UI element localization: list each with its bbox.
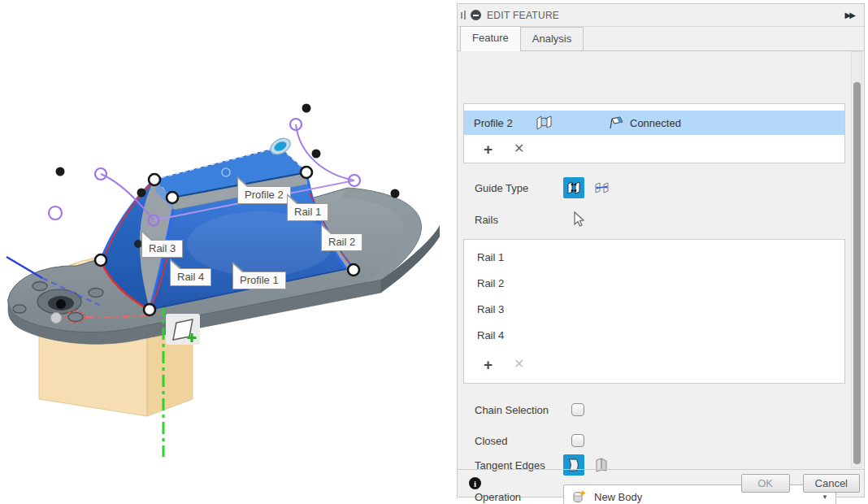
closed-checkbox[interactable] (571, 434, 584, 447)
loft-vertex-handle[interactable] (95, 254, 106, 266)
rails-label: Rails (475, 214, 563, 226)
profile-list-item-selected[interactable]: Profile 2 Connected (464, 111, 844, 135)
loft-vertex-handle[interactable] (348, 264, 359, 276)
remove-profile-button[interactable]: ✕ (514, 142, 524, 155)
rails-list-item[interactable]: Rail 4 (464, 323, 844, 349)
rails-list-item[interactable]: Rail 2 (464, 271, 844, 297)
collapse-icon[interactable] (471, 10, 481, 20)
chain-selection-label: Chain Selection (475, 404, 563, 416)
drag-grip-icon[interactable] (461, 11, 466, 20)
guide-type-row: Guide Type (475, 176, 840, 200)
control-point[interactable] (137, 189, 146, 198)
callout-rail-3[interactable]: Rail 3 (141, 240, 183, 258)
profile-name: Profile 2 (474, 117, 535, 129)
remove-rail-button[interactable]: ✕ (514, 358, 524, 371)
guide-centerline-icon (593, 180, 610, 196)
scrollbar-thumb[interactable] (853, 82, 861, 464)
rails-list-item[interactable]: Rail 3 (464, 297, 844, 323)
profile-list-actions: + ✕ (464, 137, 844, 161)
profile-orientation-icon (535, 115, 554, 131)
control-point[interactable] (312, 150, 321, 159)
add-rail-button[interactable]: + (484, 357, 493, 372)
info-icon[interactable]: i (469, 477, 481, 489)
viewport-3d-canvas (0, 0, 457, 504)
cancel-button[interactable]: Cancel (803, 474, 860, 493)
profiles-list: Profile 2 Connected (463, 103, 845, 163)
rails-list-item[interactable]: Rail 1 (464, 245, 844, 271)
add-profile-plane-button[interactable] (166, 314, 200, 345)
chain-selection-row: Chain Selection (475, 398, 840, 422)
callout-rail-4[interactable]: Rail 4 (170, 268, 211, 286)
dialog-header: EDIT FEATURE ▶▶ (458, 4, 864, 27)
viewport-3d[interactable]: Profile 2 Rail 1 Rail 2 Rail 3 Rail 4 Pr… (0, 0, 457, 504)
closed-label: Closed (475, 435, 563, 447)
control-point[interactable] (391, 189, 400, 198)
tab-bar: Feature Analysis (458, 27, 864, 51)
callout-profile-1[interactable]: Profile 1 (232, 272, 286, 289)
closed-row: Closed (475, 428, 840, 453)
guide-type-label: Guide Type (475, 182, 563, 194)
loft-vertex-handle[interactable] (144, 304, 155, 315)
app-window: Profile 2 Rail 1 Rail 2 Rail 3 Rail 4 Pr… (0, 0, 868, 504)
callout-rail-1[interactable]: Rail 1 (287, 203, 328, 221)
tab-analysis[interactable]: Analysis (520, 27, 584, 50)
loft-vertex-handle[interactable] (301, 167, 312, 178)
chain-selection-checkbox[interactable] (571, 403, 584, 416)
edit-feature-dialog: EDIT FEATURE ▶▶ Feature Analysis Profile… (457, 3, 865, 497)
dialog-footer: i OK Cancel (458, 469, 864, 497)
rails-list: Rail 1 Rail 2 Rail 3 Rail 4 + ✕ (463, 239, 845, 384)
origin-point[interactable] (51, 313, 62, 324)
panel-scrollbar[interactable] (851, 51, 862, 468)
expand-panel-icon[interactable]: ▶▶ (845, 11, 857, 20)
callout-profile-2[interactable]: Profile 2 (237, 186, 291, 204)
profile-connection-status: Connected (630, 117, 681, 129)
callout-rail-2[interactable]: Rail 2 (321, 233, 362, 251)
connected-flag-icon (608, 116, 624, 129)
tab-feature[interactable]: Feature (460, 26, 521, 51)
guide-type-rails-button[interactable] (563, 177, 584, 198)
control-point[interactable] (302, 104, 311, 113)
cursor-icon (571, 211, 584, 228)
add-profile-button[interactable]: + (484, 141, 493, 157)
guide-type-centerline-button[interactable] (591, 177, 612, 198)
control-point[interactable] (56, 167, 65, 176)
guide-rails-icon (566, 180, 582, 196)
loft-vertex-handle[interactable] (149, 174, 160, 185)
rails-list-actions: + ✕ (464, 352, 844, 376)
dialog-title: EDIT FEATURE (487, 10, 559, 21)
dialog-content: Profile 2 Connected (458, 51, 864, 469)
spline-endpoint-handle[interactable] (49, 206, 62, 219)
rails-row: Rails (475, 207, 840, 232)
loft-vertex-handle[interactable] (167, 192, 178, 203)
ok-button[interactable]: OK (741, 474, 790, 493)
